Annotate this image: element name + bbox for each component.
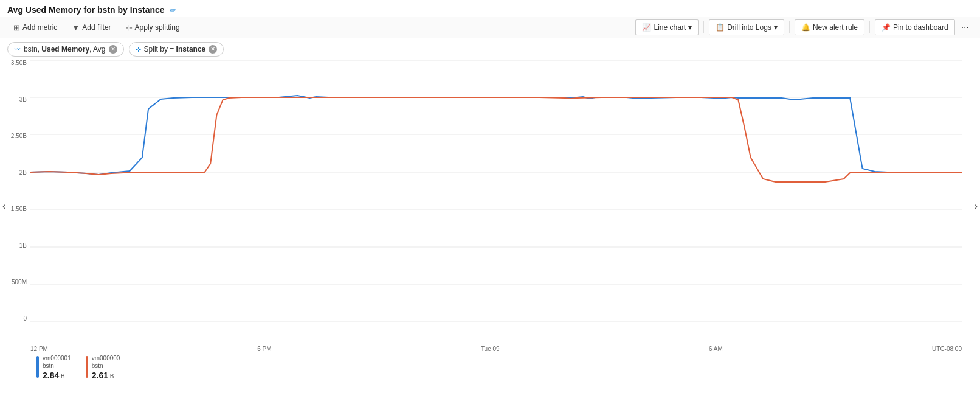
chart-nav-left[interactable]: ‹ bbox=[0, 196, 8, 217]
toolbar-right: 📈 Line chart ▾ 📋 Drill into Logs ▾ 🔔 New… bbox=[635, 19, 973, 35]
pin-to-dashboard-button[interactable]: 📌 Pin to dashboard bbox=[875, 19, 955, 35]
split-tag-icon: ⊹ bbox=[136, 46, 141, 54]
drill-logs-icon: 📋 bbox=[716, 23, 725, 32]
metric-tag-close[interactable]: ✕ bbox=[109, 45, 117, 54]
legend-name-vm000001-bstn: bstn bbox=[43, 363, 71, 369]
y-label-300: 3B bbox=[19, 97, 27, 103]
y-label-350: 3.50B bbox=[11, 60, 27, 66]
toolbar-divider-2 bbox=[789, 21, 790, 33]
chart-container: ‹ › 3.50B 3B 2.50B 2B 1.50B 1B 500M 0 12… bbox=[0, 60, 980, 352]
apply-splitting-icon: ⊹ bbox=[126, 23, 133, 32]
toolbar-divider-1 bbox=[703, 21, 704, 33]
x-label-6pm: 6 PM bbox=[257, 346, 271, 352]
x-label-6am: 6 AM bbox=[709, 346, 723, 352]
split-tag-text: Split by = Instance bbox=[144, 45, 206, 54]
legend-color-blue bbox=[36, 356, 39, 378]
split-tag: ⊹ Split by = Instance ✕ bbox=[129, 42, 224, 57]
y-label-0: 0 bbox=[23, 316, 27, 322]
page-title: Avg Used Memory for bstn by Instance bbox=[7, 5, 165, 15]
x-label-12pm: 12 PM bbox=[30, 346, 48, 352]
toolbar: ⊞ Add metric ▼ Add filter ⊹ Apply splitt… bbox=[0, 17, 980, 38]
add-metric-button[interactable]: ⊞ Add metric bbox=[7, 20, 63, 35]
tags-bar: 〰 bstn, Used Memory, Avg ✕ ⊹ Split by = … bbox=[0, 38, 980, 60]
y-label-200: 2B bbox=[19, 170, 27, 176]
legend-unit-vm000001: B bbox=[59, 373, 64, 380]
new-alert-label: New alert rule bbox=[813, 23, 858, 32]
add-filter-icon: ▼ bbox=[72, 23, 80, 32]
drill-into-logs-button[interactable]: 📋 Drill into Logs ▾ bbox=[709, 19, 784, 35]
split-tag-close[interactable]: ✕ bbox=[209, 45, 217, 54]
series-blue bbox=[30, 96, 962, 175]
legend-instance-vm000001: vm000001 bbox=[43, 355, 71, 361]
more-options-button[interactable]: ··· bbox=[958, 19, 973, 35]
line-chart-label: Line chart bbox=[654, 23, 686, 32]
drill-logs-chevron: ▾ bbox=[774, 23, 778, 32]
pin-label: Pin to dashboard bbox=[893, 23, 948, 32]
x-axis: 12 PM 6 PM Tue 09 6 AM UTC-08:00 bbox=[30, 346, 962, 352]
add-filter-button[interactable]: ▼ Add filter bbox=[66, 20, 117, 35]
y-label-250: 2.50B bbox=[11, 133, 27, 139]
edit-icon[interactable]: ✏ bbox=[170, 5, 176, 15]
legend-item-vm000001: vm000001 bstn 2.84 B bbox=[36, 355, 71, 380]
legend-item-vm000000: vm000000 bstn 2.61 B bbox=[86, 355, 120, 380]
metric-tag-text: bstn, Used Memory, Avg bbox=[24, 45, 106, 54]
drill-logs-label: Drill into Logs bbox=[727, 23, 771, 32]
y-label-150: 1.50B bbox=[11, 206, 27, 212]
legend-info-vm000001: vm000001 bstn 2.84 B bbox=[43, 355, 71, 380]
title-area: Avg Used Memory for bstn by Instance ✏ bbox=[0, 0, 980, 17]
chart-nav-right[interactable]: › bbox=[972, 196, 980, 217]
legend-name-vm000000-bstn: bstn bbox=[92, 363, 120, 369]
pin-icon: 📌 bbox=[882, 23, 891, 32]
y-label-500m: 500M bbox=[12, 279, 27, 285]
legend-color-red bbox=[86, 356, 88, 378]
apply-splitting-label: Apply splitting bbox=[135, 23, 180, 32]
metric-tag: 〰 bstn, Used Memory, Avg ✕ bbox=[7, 42, 124, 57]
legend: vm000001 bstn 2.84 B vm000000 bstn 2.61 … bbox=[0, 352, 980, 383]
x-label-tue09: Tue 09 bbox=[481, 346, 500, 352]
toolbar-divider-3 bbox=[869, 21, 870, 33]
new-alert-rule-button[interactable]: 🔔 New alert rule bbox=[795, 19, 864, 35]
y-axis: 3.50B 3B 2.50B 2B 1.50B 1B 500M 0 bbox=[0, 60, 30, 322]
y-label-100: 1B bbox=[19, 243, 27, 249]
chart-svg bbox=[30, 60, 962, 322]
apply-splitting-button[interactable]: ⊹ Apply splitting bbox=[120, 20, 186, 35]
toolbar-left: ⊞ Add metric ▼ Add filter ⊹ Apply splitt… bbox=[7, 20, 633, 35]
metric-tag-icon: 〰 bbox=[14, 46, 21, 53]
line-chart-chevron: ▾ bbox=[688, 23, 692, 32]
legend-value-vm000000: 2.61 B bbox=[92, 370, 120, 380]
line-chart-icon: 📈 bbox=[642, 23, 651, 32]
add-filter-label: Add filter bbox=[82, 23, 111, 32]
legend-value-vm000001: 2.84 B bbox=[43, 370, 71, 380]
legend-instance-vm000000: vm000000 bbox=[92, 355, 120, 361]
legend-info-vm000000: vm000000 bstn 2.61 B bbox=[92, 355, 120, 380]
series-red bbox=[30, 97, 962, 182]
add-metric-icon: ⊞ bbox=[13, 23, 20, 32]
legend-unit-vm000000: B bbox=[108, 373, 114, 380]
x-label-utc: UTC-08:00 bbox=[932, 346, 962, 352]
line-chart-button[interactable]: 📈 Line chart ▾ bbox=[635, 19, 699, 35]
add-metric-label: Add metric bbox=[22, 23, 57, 32]
alert-icon: 🔔 bbox=[801, 23, 810, 32]
